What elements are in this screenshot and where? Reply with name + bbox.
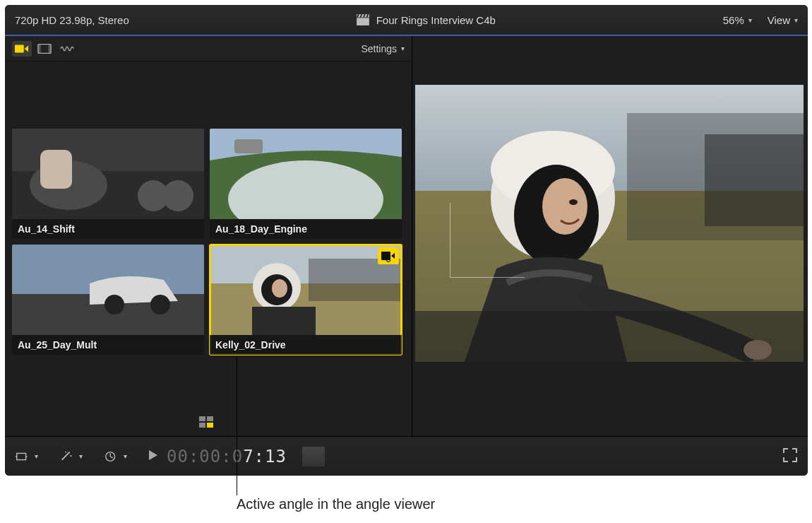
svg-rect-30 bbox=[252, 307, 316, 335]
thumbnail-image bbox=[12, 245, 204, 335]
svg-point-39 bbox=[569, 199, 578, 205]
svg-rect-8 bbox=[38, 44, 41, 53]
angle-grid-indicator[interactable] bbox=[199, 416, 215, 429]
svg-point-45 bbox=[70, 454, 71, 456]
svg-rect-9 bbox=[48, 44, 51, 53]
svg-rect-43 bbox=[17, 453, 26, 459]
angle-thumbnail[interactable]: Kelly_02_Drive bbox=[210, 245, 402, 355]
angle-thumbnail[interactable]: Au_14_Shift bbox=[12, 129, 204, 239]
svg-rect-42 bbox=[415, 311, 804, 362]
retime-tool-dropdown[interactable]: ▾ bbox=[104, 450, 127, 463]
timecode-dim: 00:00:0 bbox=[167, 447, 243, 466]
svg-rect-26 bbox=[309, 259, 402, 301]
fullscreen-button[interactable] bbox=[782, 447, 798, 465]
thumbnail-image bbox=[12, 129, 204, 219]
preview-image bbox=[415, 85, 804, 362]
angle-label: Au_14_Shift bbox=[12, 219, 204, 239]
preview-pane bbox=[412, 36, 808, 436]
zoom-dropdown[interactable]: 56% ▾ bbox=[723, 14, 752, 26]
viewer-body: Settings ▾ Au_14_Shift bbox=[5, 36, 808, 436]
chevron-down-icon: ▾ bbox=[748, 16, 752, 24]
callout-line bbox=[237, 357, 237, 495]
svg-point-46 bbox=[65, 451, 66, 452]
svg-point-44 bbox=[68, 452, 70, 454]
format-label: 720p HD 23.98p, Stereo bbox=[15, 14, 129, 26]
angle-thumbnail[interactable]: Au_18_Day_Engine bbox=[210, 129, 402, 239]
svg-rect-41 bbox=[705, 134, 804, 226]
svg-rect-19 bbox=[234, 139, 263, 153]
view-dropdown[interactable]: View ▾ bbox=[768, 14, 798, 26]
svg-rect-6 bbox=[15, 45, 24, 52]
chevron-down-icon: ▾ bbox=[794, 16, 798, 24]
app-window: 720p HD 23.98p, Stereo Four Rings Interv… bbox=[5, 5, 808, 476]
transport-bar: ▾ ▾ ▾ 00:00:07:13 bbox=[5, 436, 808, 476]
audio-meter bbox=[302, 447, 325, 466]
angle-thumbnail[interactable]: Au_25_Day_Mult bbox=[12, 245, 204, 355]
trim-tool-dropdown[interactable]: ▾ bbox=[15, 450, 38, 463]
angle-grid: Au_14_Shift Au_18_Day_Engine bbox=[5, 61, 412, 436]
view-label: View bbox=[768, 14, 790, 26]
svg-point-38 bbox=[542, 178, 587, 235]
chevron-down-icon: ▾ bbox=[401, 45, 405, 52]
settings-dropdown[interactable]: Settings ▾ bbox=[361, 43, 405, 54]
chevron-down-icon: ▾ bbox=[79, 452, 83, 460]
timecode-display[interactable]: 00:00:07:13 bbox=[167, 447, 287, 466]
switch-video-audio-button[interactable] bbox=[12, 41, 32, 57]
svg-point-23 bbox=[150, 295, 170, 315]
enhance-tool-dropdown[interactable]: ▾ bbox=[59, 450, 83, 463]
angle-viewer-pane: Settings ▾ Au_14_Shift bbox=[5, 36, 412, 436]
zoom-value: 56% bbox=[723, 14, 744, 26]
settings-label: Settings bbox=[361, 43, 397, 54]
preview-viewport[interactable] bbox=[415, 85, 804, 362]
angle-label: Au_18_Day_Engine bbox=[210, 219, 402, 239]
thumbnail-image bbox=[210, 245, 402, 335]
chevron-down-icon: ▾ bbox=[124, 452, 127, 460]
angle-label: Au_25_Day_Mult bbox=[12, 335, 204, 355]
svg-point-22 bbox=[105, 295, 124, 315]
clapperboard-icon bbox=[357, 14, 369, 25]
switch-video-button[interactable] bbox=[35, 41, 54, 57]
svg-rect-15 bbox=[40, 150, 72, 189]
timecode-lit: 7:13 bbox=[243, 447, 287, 466]
switch-audio-button[interactable] bbox=[57, 41, 77, 57]
svg-point-14 bbox=[162, 180, 193, 211]
viewer-topbar: 720p HD 23.98p, Stereo Four Rings Interv… bbox=[5, 5, 808, 36]
chevron-down-icon: ▾ bbox=[35, 452, 38, 460]
svg-point-29 bbox=[272, 279, 287, 298]
angle-toolbar: Settings ▾ bbox=[5, 36, 412, 61]
clip-title: Four Rings Interview C4b bbox=[376, 14, 496, 26]
svg-rect-0 bbox=[357, 18, 369, 25]
active-angle-badge-icon bbox=[378, 247, 399, 264]
callout-text: Active angle in the angle viewer bbox=[237, 496, 435, 512]
angle-label: Kelly_02_Drive bbox=[210, 335, 402, 355]
thumbnail-image bbox=[210, 129, 402, 219]
play-button[interactable] bbox=[148, 449, 158, 463]
